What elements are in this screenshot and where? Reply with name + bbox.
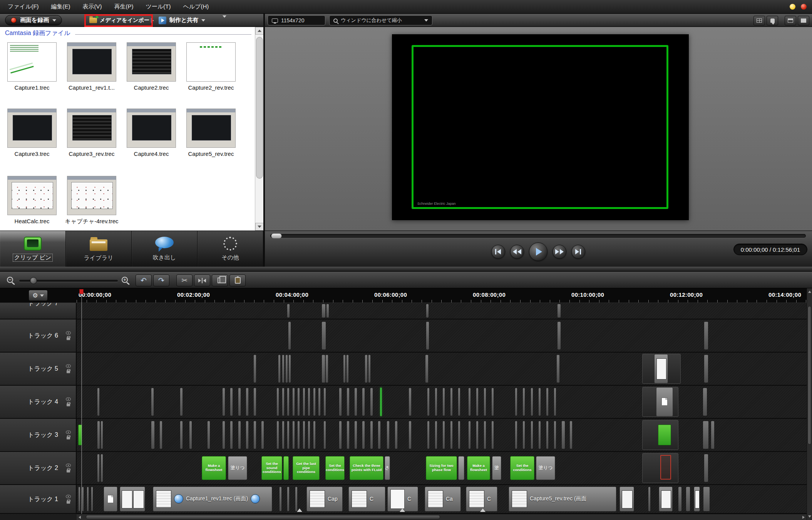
clip-fragment[interactable] [409,388,411,416]
clip-fragment[interactable] [282,355,284,383]
clip-fragment[interactable] [469,421,470,449]
clip-fragment[interactable] [703,421,708,449]
clip-fragment[interactable] [238,421,241,449]
scrollbar-thumb[interactable] [808,306,812,445]
menu-item[interactable]: 編集(E) [45,0,77,13]
clip-fragment[interactable] [287,421,289,449]
clip-fragment[interactable] [678,487,681,511]
clip-fragment[interactable] [562,421,565,449]
clip-fragment[interactable] [282,388,284,416]
zoom-slider-thumb[interactable] [30,277,37,284]
clip-fragment[interactable] [409,421,411,449]
canvas-dimensions-box[interactable]: 1154x720 [268,15,325,25]
clip-fragment[interactable] [557,355,559,383]
clip-thumbnail[interactable] [186,42,236,82]
thumb2-clip[interactable] [120,487,145,512]
lock-icon[interactable] [67,437,70,440]
green-clip[interactable] [283,456,289,480]
clip-fragment[interactable] [362,421,365,449]
video-clip[interactable]: Ca [425,487,461,512]
video-clip[interactable]: Cap [306,487,343,512]
zoom-out-icon[interactable]: − [7,277,13,283]
clip-fragment[interactable] [492,421,494,449]
clip-fragment[interactable] [343,355,345,383]
clip-fragment[interactable] [97,388,99,416]
clip-fragment[interactable] [295,487,297,511]
video-clip[interactable]: C [466,487,497,512]
clip-fragment[interactable] [686,487,690,511]
clip-fragment[interactable] [254,355,256,383]
playhead-marker[interactable] [79,289,84,294]
clip-fragment[interactable] [246,421,248,449]
clip-fragment[interactable] [703,388,707,416]
clip-fragment[interactable] [558,322,561,349]
thumbw-clip[interactable]: C [387,487,418,512]
copy-button[interactable] [212,274,228,286]
visibility-icon[interactable] [66,365,71,368]
fast-forward-button[interactable] [552,245,566,259]
menu-item[interactable]: 表示(V) [77,0,108,13]
visibility-icon[interactable] [66,398,71,401]
clip-fragment[interactable] [426,322,429,349]
clip-fragment[interactable] [339,421,342,449]
produce-share-button[interactable]: 制作と共有 [159,15,205,25]
clip-fragment[interactable] [570,421,572,449]
toolbar-overflow-button[interactable] [223,18,226,25]
clip-fragment[interactable] [523,421,525,449]
clip-fragment[interactable] [208,421,210,449]
tab-more[interactable]: その他 [198,231,263,267]
track-content[interactable] [77,303,807,319]
clip-fragment[interactable] [450,388,452,416]
skip-to-end-button[interactable] [571,245,585,259]
clip-fragment[interactable] [531,421,533,449]
thumb-clip[interactable] [654,354,668,383]
clip-fragment[interactable] [79,487,80,511]
clip-fragment[interactable] [298,421,300,449]
arrow-down-icon[interactable] [808,515,811,518]
cut-button[interactable]: ✂ [176,274,193,286]
clip-fragment[interactable] [539,421,541,449]
split-button[interactable] [194,274,210,286]
clip-fragment[interactable] [347,421,349,449]
track-content[interactable] [77,386,807,419]
skip-to-start-button[interactable] [491,245,505,259]
clip-bin-item[interactable]: Capture1_rev1.t... [63,42,121,91]
clip-fragment[interactable] [362,388,365,416]
clip-fragment[interactable] [435,421,437,449]
lock-icon[interactable] [67,404,70,406]
doc-clip[interactable] [104,487,117,512]
scrollbar-thumb[interactable] [86,515,440,519]
tab-callouts[interactable]: 吹き出し [132,231,198,267]
clip-fragment[interactable] [246,388,248,416]
menu-item[interactable]: ファイル(F) [2,0,45,13]
track-options-button[interactable]: ⚙ [28,290,48,301]
clip-bin-item[interactable]: Capture1.trec [3,42,61,91]
green-clip[interactable]: Set the sound conditions [261,456,282,480]
timeline-ruler[interactable]: 00:00:00;0000:02:00;0000:04:00;0000:06:0… [0,288,812,303]
clip-fragment[interactable] [484,421,486,449]
clip-fragment[interactable] [101,421,103,449]
clip-fragment[interactable] [554,421,556,449]
clip-fragment[interactable] [151,388,154,416]
clip-thumbnail[interactable] [7,42,57,82]
clip-fragment[interactable] [443,421,445,449]
clip-fragment[interactable] [704,322,708,349]
clip-fragment[interactable] [515,388,517,416]
preview-canvas[interactable]: Schneider Electric Japan [392,34,689,220]
thumb-clip[interactable] [619,487,634,512]
clip-fragment[interactable] [308,421,310,449]
timeline-vertical-scrollbar[interactable] [807,288,812,520]
video-clip[interactable]: Capture5_rev.trec (画面 [509,487,616,512]
clip-bin-item[interactable]: Capture5_rev.trec [182,109,240,157]
clip-fragment[interactable] [286,355,288,383]
clip-fragment[interactable] [347,388,349,416]
track-content[interactable] [77,353,807,386]
clip-fragment[interactable] [313,421,315,449]
green-clip[interactable]: Set the conditions [325,456,345,480]
clip-fragment[interactable] [97,421,100,449]
lock-icon[interactable] [67,338,70,340]
panel-divider[interactable] [263,14,265,267]
clip-fragment[interactable] [370,388,373,416]
clip-bin-item[interactable]: Capture3.trec [3,109,61,157]
visibility-icon[interactable] [66,495,71,498]
